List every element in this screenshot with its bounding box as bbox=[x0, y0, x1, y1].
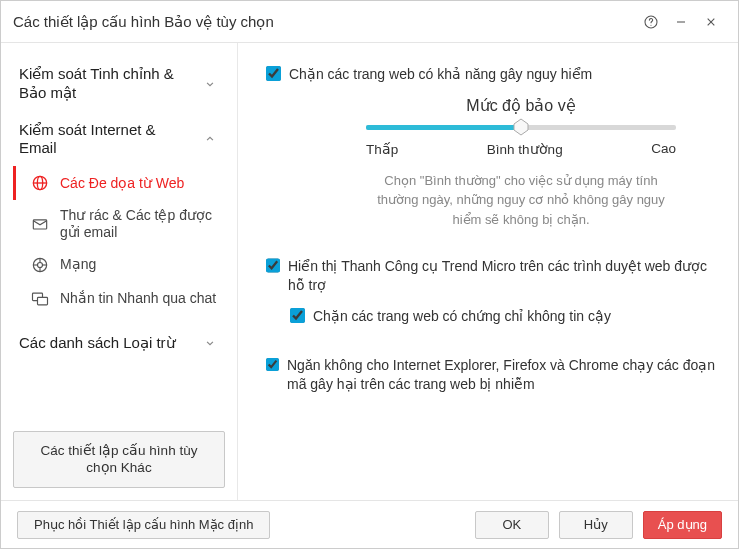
restore-defaults-button[interactable]: Phục hồi Thiết lập cấu hình Mặc định bbox=[17, 511, 270, 539]
sidebar-item-label: Các Đe dọa từ Web bbox=[60, 175, 184, 192]
network-icon bbox=[30, 255, 50, 275]
chevron-down-icon bbox=[203, 77, 217, 91]
chevron-up-icon bbox=[203, 132, 217, 146]
globe-shield-icon bbox=[30, 173, 50, 193]
slider-thumb[interactable] bbox=[512, 118, 530, 136]
svg-rect-16 bbox=[38, 297, 48, 305]
main-panel: Chặn các trang web có khả năng gây nguy … bbox=[238, 43, 738, 500]
block-dangerous-label[interactable]: Chặn các trang web có khả năng gây nguy … bbox=[289, 65, 592, 84]
slider-label-high: Cao bbox=[651, 141, 676, 157]
block-scripts-checkbox[interactable] bbox=[266, 357, 279, 372]
sidebar: Kiểm soát Tinh chỉnh & Bảo mật Kiểm soát… bbox=[1, 43, 238, 500]
block-untrusted-cert-checkbox[interactable] bbox=[290, 308, 305, 323]
show-toolbar-label[interactable]: Hiển thị Thanh Công cụ Trend Micro trên … bbox=[288, 257, 716, 295]
close-icon[interactable] bbox=[696, 7, 726, 37]
sidebar-item-label: Mạng bbox=[60, 256, 96, 273]
ok-button[interactable]: OK bbox=[475, 511, 549, 539]
protection-level-slider[interactable] bbox=[366, 121, 676, 133]
footer: Phục hồi Thiết lập cấu hình Mặc định OK … bbox=[1, 500, 738, 548]
titlebar: Các thiết lập cấu hình Bảo vệ tùy chọn bbox=[1, 1, 738, 43]
svg-point-10 bbox=[38, 262, 43, 267]
block-scripts-label[interactable]: Ngăn không cho Internet Explorer, Firefo… bbox=[287, 356, 716, 394]
sidebar-section-label: Các danh sách Loại trừ bbox=[19, 334, 176, 353]
minimize-icon[interactable] bbox=[666, 7, 696, 37]
show-toolbar-checkbox[interactable] bbox=[266, 258, 280, 273]
chevron-down-icon bbox=[203, 336, 217, 350]
block-untrusted-cert-label[interactable]: Chặn các trang web có chứng chỉ không ti… bbox=[313, 307, 611, 326]
sidebar-item-chat[interactable]: Nhắn tin Nhanh qua chat bbox=[13, 282, 225, 316]
sidebar-item-spam-email[interactable]: Thư rác & Các tệp được gửi email bbox=[13, 200, 225, 248]
chat-icon bbox=[30, 289, 50, 309]
sidebar-section-internet-email[interactable]: Kiểm soát Internet & Email bbox=[13, 115, 225, 165]
sidebar-section-security[interactable]: Kiểm soát Tinh chỉnh & Bảo mật bbox=[13, 59, 225, 109]
block-dangerous-checkbox[interactable] bbox=[266, 66, 281, 81]
protection-level-slider-block: Mức độ bảo vệ Thấp Bình thường Cao Chọn … bbox=[366, 96, 676, 230]
mail-icon bbox=[30, 214, 50, 234]
slider-label-low: Thấp bbox=[366, 141, 398, 157]
sidebar-item-label: Nhắn tin Nhanh qua chat bbox=[60, 290, 216, 307]
help-icon[interactable] bbox=[636, 7, 666, 37]
window-title: Các thiết lập cấu hình Bảo vệ tùy chọn bbox=[13, 13, 636, 31]
apply-button[interactable]: Áp dụng bbox=[643, 511, 722, 539]
other-settings-button[interactable]: Các thiết lập cấu hình tùy chọn Khác bbox=[13, 431, 225, 488]
slider-label-mid: Bình thường bbox=[487, 141, 563, 157]
slider-description: Chọn "Bình thường" cho việc sử dụng máy … bbox=[366, 171, 676, 230]
slider-title: Mức độ bảo vệ bbox=[366, 96, 676, 115]
sidebar-section-label: Kiểm soát Tinh chỉnh & Bảo mật bbox=[19, 65, 195, 103]
sidebar-item-label: Thư rác & Các tệp được gửi email bbox=[60, 207, 217, 241]
sidebar-section-exclusions[interactable]: Các danh sách Loại trừ bbox=[13, 328, 225, 359]
sidebar-item-web-threats[interactable]: Các Đe dọa từ Web bbox=[13, 166, 225, 200]
svg-point-1 bbox=[650, 24, 651, 25]
sidebar-section-label: Kiểm soát Internet & Email bbox=[19, 121, 195, 159]
cancel-button[interactable]: Hủy bbox=[559, 511, 633, 539]
sidebar-item-network[interactable]: Mạng bbox=[13, 248, 225, 282]
